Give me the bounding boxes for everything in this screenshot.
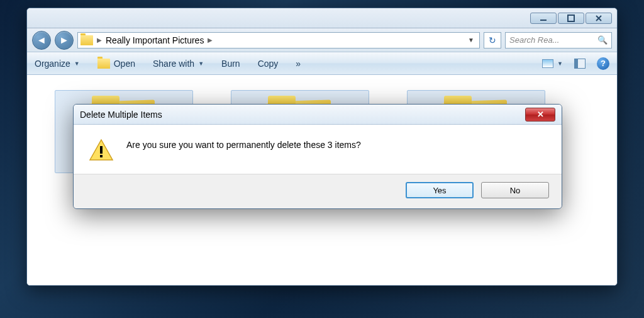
- view-icon: [542, 59, 553, 68]
- help-button[interactable]: ?: [597, 57, 609, 70]
- no-button[interactable]: No: [481, 182, 549, 198]
- preview-pane-button[interactable]: [574, 59, 586, 69]
- copy-button[interactable]: Copy: [258, 59, 279, 69]
- maximize-button[interactable]: [558, 13, 584, 24]
- delete-confirmation-dialog: Delete Multiple Items ✕ Are you sure you…: [73, 104, 562, 209]
- svg-rect-3: [100, 155, 103, 157]
- overflow-button[interactable]: »: [296, 59, 301, 69]
- folder-icon: [80, 35, 93, 45]
- forward-button[interactable]: ►: [55, 31, 74, 50]
- titlebar: [27, 8, 617, 28]
- warning-icon: [89, 139, 114, 161]
- dialog-body: Are you sure you want to permanently del…: [74, 125, 562, 174]
- share-menu[interactable]: Share with▼: [153, 59, 204, 69]
- chevron-down-icon: ▼: [74, 60, 80, 67]
- chevron-down-icon: ▼: [557, 60, 563, 67]
- address-bar[interactable]: ▶ Really Important Pictures ▶ ▼: [77, 32, 480, 48]
- burn-button[interactable]: Burn: [221, 59, 240, 69]
- navigation-bar: ◄ ► ▶ Really Important Pictures ▶ ▼ ↻ Se…: [27, 28, 617, 52]
- back-button[interactable]: ◄: [32, 31, 51, 50]
- yes-button[interactable]: Yes: [406, 182, 474, 198]
- search-input[interactable]: Search Rea... 🔍: [505, 32, 612, 48]
- refresh-button[interactable]: ↻: [484, 32, 501, 48]
- search-placeholder: Search Rea...: [509, 35, 560, 45]
- dialog-close-button[interactable]: ✕: [525, 108, 555, 122]
- address-dropdown-icon[interactable]: ▼: [465, 37, 477, 43]
- dialog-button-row: Yes No: [74, 174, 562, 208]
- breadcrumb-separator-icon: ▶: [97, 37, 102, 43]
- chevron-down-icon: ▼: [198, 60, 204, 67]
- open-button[interactable]: Open: [97, 59, 135, 69]
- breadcrumb-folder[interactable]: Really Important Pictures: [106, 35, 204, 45]
- svg-rect-1: [568, 15, 574, 21]
- command-bar: Organize▼ Open Share with▼ Burn Copy » ▼…: [27, 52, 617, 75]
- organize-menu[interactable]: Organize▼: [35, 59, 80, 69]
- view-menu[interactable]: ▼: [542, 59, 563, 68]
- svg-rect-0: [540, 20, 547, 21]
- window-close-button[interactable]: [586, 13, 612, 24]
- dialog-message: Are you sure you want to permanently del…: [126, 139, 361, 150]
- minimize-button[interactable]: [530, 13, 557, 24]
- search-icon: 🔍: [597, 35, 608, 45]
- dialog-title: Delete Multiple Items: [80, 110, 162, 120]
- dialog-titlebar: Delete Multiple Items ✕: [74, 105, 562, 125]
- folder-open-icon: [97, 59, 110, 69]
- breadcrumb-separator-icon: ▶: [208, 37, 213, 43]
- svg-rect-2: [100, 146, 103, 154]
